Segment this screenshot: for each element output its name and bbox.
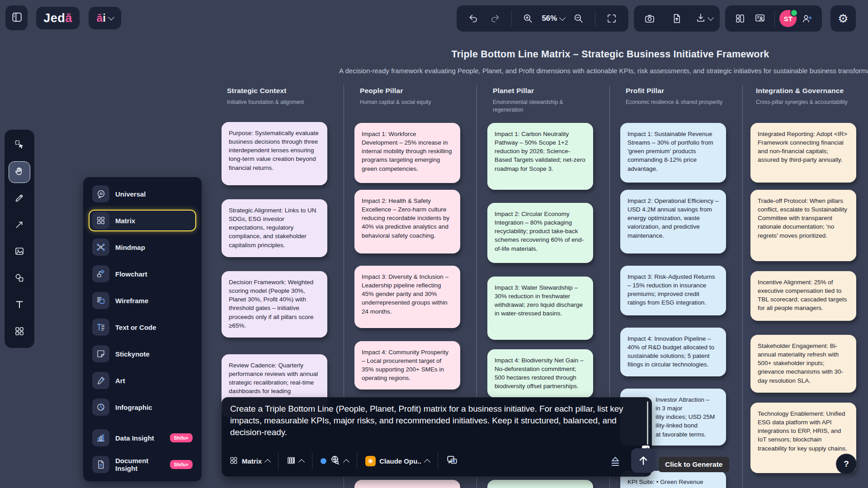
pencil-tool-button[interactable] bbox=[9, 188, 30, 209]
column-title: Planet Pillar bbox=[493, 87, 566, 95]
image-tool-button[interactable] bbox=[9, 242, 30, 263]
arrow-up-icon bbox=[637, 455, 649, 466]
panel-toggle-icon bbox=[11, 11, 23, 25]
redo-button[interactable] bbox=[486, 9, 505, 28]
matrix-card[interactable]: Integrated Reporting: Adopt <IR> Framewo… bbox=[750, 123, 856, 183]
avatar[interactable]: ST bbox=[779, 10, 797, 27]
model-selector[interactable]: Claude Opu.. bbox=[363, 456, 432, 466]
chevron-down-icon bbox=[707, 14, 713, 21]
hand-tool-button[interactable] bbox=[9, 162, 30, 183]
menu-item-label: Mindmap bbox=[115, 244, 145, 251]
template-selector[interactable]: Matrix bbox=[226, 456, 273, 466]
matrix-card[interactable]: Impact 4: Biodiversity Net Gain – No-def… bbox=[487, 349, 593, 398]
prompt-input[interactable]: Create a Triple Bottom Line (People, Pla… bbox=[230, 403, 640, 448]
ai-logo-text: āi bbox=[96, 12, 106, 24]
prompt-panel: Create a Triple Bottom Line (People, Pla… bbox=[222, 397, 652, 477]
divider bbox=[774, 11, 775, 26]
undo-button[interactable] bbox=[464, 9, 483, 28]
matrix-card[interactable]: Purpose: Systematically evaluate busines… bbox=[222, 122, 327, 185]
menu-item-universal[interactable]: AIUniversal bbox=[89, 183, 196, 205]
divider bbox=[438, 453, 438, 469]
ai-menu-button[interactable]: āi bbox=[89, 7, 121, 29]
zoom-in-button[interactable] bbox=[519, 9, 538, 28]
menu-item-text-or-code[interactable]: Text or Code bbox=[89, 316, 196, 338]
matrix-card[interactable]: Decision Framework: Weighted scoring mod… bbox=[222, 271, 327, 338]
screenshot-button[interactable] bbox=[640, 9, 659, 28]
document-insight-icon bbox=[92, 456, 109, 473]
prompt-scrollbar[interactable] bbox=[647, 401, 648, 445]
jeda-whiteboard-app: { "app": { "logo": {"prefix": "Jed", "ac… bbox=[0, 0, 868, 488]
divider bbox=[357, 453, 357, 469]
column-title: Integration & Governance bbox=[756, 87, 868, 95]
matrix-card[interactable]: Impact 1: Workforce Development – 25% in… bbox=[354, 123, 460, 183]
upload-file-button[interactable] bbox=[667, 9, 686, 28]
prompt-controls: Matrix Claude Opu.. bbox=[226, 449, 647, 473]
column-header: Integration & GovernanceCross-pillar syn… bbox=[756, 87, 868, 106]
matrix-card[interactable]: Impact 2: Operational Efficiency – USD 4… bbox=[620, 190, 726, 253]
grid-tool-button[interactable] bbox=[9, 322, 30, 343]
matrix-icon bbox=[229, 456, 238, 466]
menu-item-document-insight[interactable]: Document InsightShifu+ bbox=[89, 454, 196, 475]
column-divider bbox=[742, 85, 743, 488]
menu-item-mindmap[interactable]: Mindmap bbox=[89, 236, 196, 258]
matrix-card[interactable] bbox=[487, 480, 593, 488]
menu-item-stickynote[interactable]: Stickynote bbox=[89, 343, 196, 365]
select-tool-button[interactable] bbox=[9, 135, 30, 156]
matrix-card[interactable] bbox=[354, 480, 460, 488]
menu-item-label: Text or Code bbox=[115, 324, 156, 331]
generate-button[interactable] bbox=[631, 448, 656, 473]
column-subtitle: Environmental stewardship & regeneration bbox=[493, 99, 566, 114]
menu-item-infographic[interactable]: Infographic bbox=[89, 396, 196, 418]
translate-chat-button[interactable] bbox=[443, 455, 461, 468]
arrow-tool-button[interactable] bbox=[9, 215, 30, 236]
fit-screen-button[interactable] bbox=[602, 9, 621, 28]
matrix-card[interactable]: Impact 1: Sustainable Revenue Streams – … bbox=[620, 123, 726, 183]
matrix-card[interactable]: Trade-off Protocol: When pillars conflic… bbox=[750, 190, 856, 261]
jeda-logo[interactable]: Jedā bbox=[36, 7, 80, 29]
zoom-level-dropdown[interactable]: 56% bbox=[540, 14, 566, 23]
matrix-card[interactable]: Impact 3: Diversity & Inclusion – Leader… bbox=[354, 266, 460, 328]
zoom-out-button[interactable] bbox=[569, 9, 588, 28]
text-tool-button[interactable] bbox=[9, 295, 30, 316]
menu-item-wireframe[interactable]: Wireframe bbox=[89, 290, 196, 311]
divider bbox=[278, 453, 278, 469]
matrix-card[interactable]: Impact 2: Circular Economy Integration –… bbox=[487, 203, 593, 263]
menu-item-matrix[interactable]: Matrix bbox=[89, 210, 196, 231]
matrix-card[interactable]: Strategic Alignment: Links to UN SDGs, E… bbox=[222, 199, 327, 257]
collapse-panel-button[interactable] bbox=[606, 453, 624, 471]
present-button[interactable] bbox=[750, 9, 769, 28]
sidebar-toggle-button[interactable] bbox=[5, 5, 28, 30]
shifu-badge: Shifu+ bbox=[170, 433, 193, 442]
globe-icon bbox=[330, 455, 340, 467]
column-subtitle: Cross-pillar synergies & accountability bbox=[756, 99, 868, 106]
matrix-card[interactable]: Impact 2: Health & Safety Excellence – Z… bbox=[354, 190, 460, 253]
column-subtitle: Human capital & social equity bbox=[360, 99, 459, 106]
shapes-tool-button[interactable] bbox=[9, 268, 30, 289]
matrix-card[interactable]: Stakeholder Engagement: Bi-annual materi… bbox=[750, 335, 856, 393]
menu-item-label: Infographic bbox=[115, 404, 152, 411]
invite-user-button[interactable] bbox=[797, 9, 816, 28]
infographic-icon bbox=[92, 399, 109, 416]
matrix-card[interactable]: Impact 3: Risk-Adjusted Returns – 15% re… bbox=[620, 266, 726, 315]
generate-tooltip: Click to Generate bbox=[659, 457, 729, 472]
matrix-card[interactable]: Impact 1: Carbon Neutrality Pathway – 50… bbox=[487, 123, 593, 190]
settings-button[interactable]: ⚙ bbox=[830, 5, 856, 32]
matrix-card[interactable]: Impact 4: Innovation Pipeline – 40% of R… bbox=[620, 328, 726, 376]
chevron-up-icon bbox=[298, 459, 305, 465]
matrix-card[interactable]: Incentive Alignment: 25% of executive co… bbox=[750, 271, 856, 321]
stickynote-icon bbox=[92, 345, 109, 362]
download-button[interactable] bbox=[694, 9, 713, 28]
web-access-selector[interactable] bbox=[318, 455, 351, 467]
layout-selector[interactable] bbox=[284, 456, 307, 466]
menu-item-data-insight[interactable]: Data InsightShifu+ bbox=[89, 427, 196, 449]
menu-item-art[interactable]: Art bbox=[89, 370, 196, 391]
menu-item-label: Art bbox=[115, 377, 125, 385]
matrix-card[interactable]: Impact 3: Water Stewardship – 30% reduct… bbox=[487, 277, 593, 340]
help-button[interactable]: ? bbox=[836, 454, 857, 474]
pencil-icon bbox=[14, 192, 25, 205]
split-view-button[interactable] bbox=[731, 9, 750, 28]
matrix-card[interactable]: Impact 4: Community Prosperity – Local p… bbox=[354, 341, 460, 389]
column-subtitle: Economic resilience & shared prosperity bbox=[626, 99, 734, 106]
data-insight-icon bbox=[92, 429, 109, 446]
menu-item-flowchart[interactable]: Flowchart bbox=[89, 263, 196, 285]
